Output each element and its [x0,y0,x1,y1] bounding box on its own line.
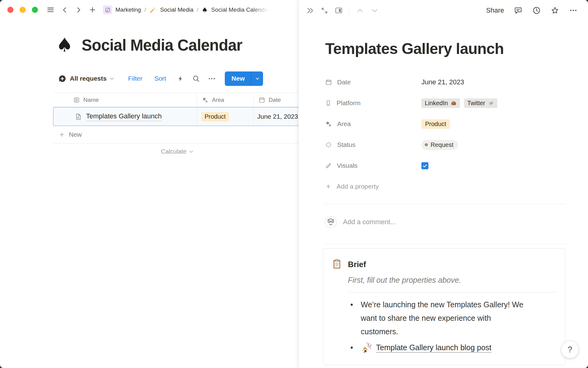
bullet-text: We’re launching the new Templates Galler… [361,298,523,338]
calendar-icon [325,79,332,86]
property-label: Visuals [337,162,357,169]
calendar-icon [258,97,265,103]
peek-toolbar: Share [299,0,588,21]
property-label: Platform [337,99,360,107]
status-dot [425,143,428,146]
comments-icon[interactable] [514,6,522,15]
add-property-button[interactable]: Add a property [325,176,567,197]
area-tag[interactable]: Product [201,112,229,121]
visuals-checkbox-checked[interactable] [421,162,428,169]
share-button[interactable]: Share [486,6,504,14]
title-property-icon [73,97,80,103]
clipboard-icon [331,259,342,270]
search-icon[interactable] [192,75,200,82]
table-new-row-button[interactable]: New [53,126,306,144]
filter-button[interactable]: Filter [128,75,142,82]
status-tag-request[interactable]: Request [421,140,458,150]
page-spade-icon[interactable]: ♠ [56,36,73,55]
updates-clock-icon[interactable] [532,6,541,15]
property-row-area[interactable]: Area Product [325,113,567,134]
bullet-item-link: • Template Gallery launch blog post [348,341,492,354]
area-tag-product[interactable]: Product [421,119,450,129]
property-row-visuals[interactable]: Visuals [325,155,567,176]
page-title[interactable]: Social Media Calendar [82,36,243,54]
row-area-cell[interactable]: Product [197,108,253,125]
briefcase-icon [451,100,457,106]
side-peek-mode-icon[interactable] [335,6,343,14]
help-button[interactable]: ? [561,341,579,358]
platform-tag-linkedin[interactable]: LinkedIn [421,98,460,108]
page-more-options-icon[interactable] [569,6,578,15]
breadcrumb-separator: / [144,6,146,13]
requests-view-icon [58,75,66,83]
close-peek-icon[interactable] [306,6,314,15]
automations-bolt-icon[interactable] [177,75,184,82]
breadcrumb-item-marketing[interactable]: Marketing [115,6,141,13]
minimize-window-button[interactable] [20,7,26,13]
top-bar: Marketing / Social Media / ♠ Social Medi… [0,0,299,20]
status-spinner-icon [325,141,332,148]
calculate-row[interactable]: Calculate [53,144,197,159]
view-tab-all-requests[interactable]: All requests [70,75,107,82]
select-property-icon [202,97,209,103]
page-header: ♠ Social Media Calendar [56,36,242,55]
marketing-teamspace-icon[interactable] [103,5,112,14]
forward-icon[interactable] [75,6,82,13]
side-peek-panel: Share Templates Gallery launch Date Ju [299,0,588,368]
bird-icon [488,100,494,106]
callout-hint: First, fill out the properties above. [348,276,461,285]
property-label: Status [337,141,356,148]
row-name-cell[interactable]: Templates Gallery launch [54,108,197,125]
column-header-name[interactable]: Name [53,93,197,107]
magic-wand-icon [149,6,157,13]
view-toolbar: All requests Filter Sort New [58,71,263,86]
notion-window: Marketing / Social Media / ♠ Social Medi… [0,0,588,368]
platform-tag-twitter[interactable]: Twitter [464,98,497,108]
sidebar-menu-icon[interactable] [47,6,55,14]
close-window-button[interactable] [7,7,13,13]
table-row[interactable]: Templates Gallery launch Product June 21… [53,107,306,126]
new-button-label[interactable]: New [225,71,251,86]
breadcrumb-item-social-media[interactable]: Social Media [160,6,194,13]
row-date-cell[interactable]: June 21, 2023 [253,108,306,125]
property-row-platform[interactable]: Platform LinkedIn Twitter [325,93,567,113]
plus-icon [325,183,331,190]
chevron-down-icon [189,149,194,154]
subpage-link[interactable]: Template Gallery launch blog post [376,343,492,352]
chevron-down-icon[interactable] [109,76,115,81]
pencil-icon [325,163,332,169]
previous-page-icon[interactable] [356,6,364,15]
new-button[interactable]: New [225,71,263,86]
section-divider [323,243,566,244]
breadcrumb-item-social-media-calendar[interactable]: Social Media Calendar [211,6,270,13]
property-row-date[interactable]: Date June 21, 2023 [325,72,567,93]
next-page-icon[interactable] [371,6,379,15]
spade-icon: ♠ [202,6,208,14]
expand-page-icon[interactable] [321,7,328,14]
more-options-icon[interactable] [208,75,216,83]
check-icon [422,163,428,168]
column-header-area[interactable]: Area [197,93,253,107]
property-label: Date [337,79,351,86]
page-icon [74,113,82,121]
peek-page-title[interactable]: Templates Gallery launch [325,40,504,58]
callout-title: Brief [348,260,366,269]
property-row-status[interactable]: Status Request [325,134,567,155]
phone-icon [325,100,331,106]
plus-icon [59,132,65,138]
comment-row[interactable]: Add a comment... [325,216,396,228]
new-tab-icon[interactable] [89,6,96,13]
brief-callout: Brief First, fill out the properties abo… [323,248,565,365]
select-property-icon [325,121,332,127]
section-divider [323,204,566,204]
add-comment-input[interactable]: Add a comment... [343,218,396,226]
zoom-window-button[interactable] [32,7,38,13]
property-value-date[interactable]: June 21, 2023 [421,78,464,86]
back-icon[interactable] [61,6,68,13]
favorite-star-icon[interactable] [551,6,559,15]
property-label: Area [337,120,351,128]
property-list: Date June 21, 2023 Platform LinkedIn Twi… [325,72,567,197]
row-title[interactable]: Templates Gallery launch [86,112,162,121]
sort-button[interactable]: Sort [154,75,166,82]
new-button-chevron-icon[interactable] [251,71,263,86]
